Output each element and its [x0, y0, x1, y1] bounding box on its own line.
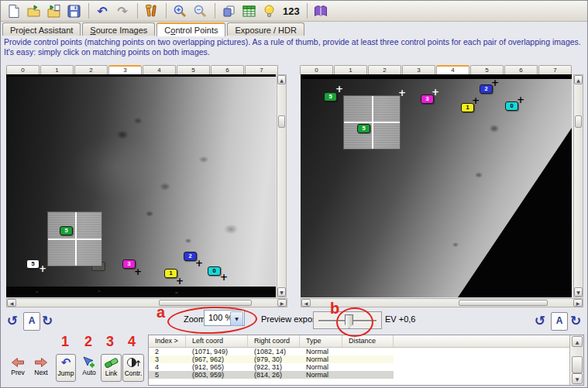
cp-marker-left-0[interactable]: 0	[208, 266, 221, 276]
column-header-left-coord[interactable]: Left coord	[186, 335, 248, 347]
image-tab-right-2[interactable]: 2	[368, 65, 401, 74]
cp-marker-left-5[interactable]: 5	[26, 259, 40, 269]
scroll-down-button[interactable]: ▼	[574, 287, 583, 297]
right-magnifier-inset	[343, 95, 401, 149]
tab-exposure-hdr[interactable]: Exposure / HDR	[227, 22, 304, 36]
image-tab-left-7[interactable]: 7	[245, 65, 278, 74]
jump-button[interactable]: ↶ Jump	[56, 354, 76, 382]
cp-marker-left-2[interactable]: 2	[184, 252, 197, 261]
image-tab-right-1[interactable]: 1	[334, 65, 367, 74]
left-horizontal-scrollbar[interactable]: ◀ ▶	[6, 298, 287, 307]
image-tab-left-1[interactable]: 1	[40, 65, 74, 74]
undo-icon[interactable]: ↶	[93, 2, 112, 19]
image-tab-left-3[interactable]: 3	[108, 65, 142, 74]
cp-marker-left-5[interactable]: 5	[60, 226, 73, 235]
image-tab-right-4[interactable]: 4	[436, 65, 469, 74]
arrow-left-icon	[11, 357, 25, 368]
scroll-thumb[interactable]	[159, 300, 252, 306]
crosshair-horizontal	[48, 239, 101, 240]
scroll-down-button[interactable]: ▼	[572, 373, 583, 384]
scroll-thumb[interactable]	[459, 300, 548, 306]
image-tab-right-7[interactable]: 7	[538, 65, 572, 74]
scroll-thumb[interactable]	[278, 115, 285, 128]
scroll-thumb[interactable]	[575, 115, 582, 128]
open-project-icon[interactable]	[24, 2, 43, 19]
image-tab-left-5[interactable]: 5	[177, 65, 210, 74]
scroll-up-button[interactable]: ▲	[572, 336, 583, 347]
scroll-left-button[interactable]: ◀	[7, 299, 16, 307]
open-add-icon[interactable]	[44, 2, 63, 19]
duplicate-view-icon[interactable]	[219, 2, 238, 19]
numeric-view-icon[interactable]: 123	[280, 5, 303, 17]
image-tab-right-6[interactable]: 6	[504, 65, 538, 74]
image-tab-right-3[interactable]: 3	[402, 65, 435, 74]
cp-marker-right-2[interactable]: 2	[480, 84, 493, 94]
cp-marker-right-5[interactable]: 5	[357, 124, 370, 133]
toolbar-separator	[166, 3, 167, 19]
new-project-icon[interactable]	[4, 2, 22, 19]
table-row-4[interactable]: 4(912, 965)(922, 31)Normal	[149, 363, 583, 371]
tab-control-points[interactable]: Control Points	[156, 22, 225, 36]
annotation-number-3: 3	[106, 334, 114, 350]
help-book-icon[interactable]	[311, 2, 330, 19]
cp-marker-left-1[interactable]: 1	[164, 269, 177, 278]
scroll-up-button[interactable]: ▲	[277, 75, 286, 84]
rotate-ccw-right-button[interactable]: ↺	[535, 314, 545, 328]
column-header-right-coord[interactable]: Right coord	[248, 335, 300, 347]
image-tab-left-2[interactable]: 2	[74, 65, 108, 74]
table-row-2[interactable]: 2(1071, 949)(1082, 14)Normal	[149, 348, 583, 355]
column-header-distance[interactable]: Distance	[342, 335, 394, 347]
redo-icon[interactable]: ↷	[113, 2, 132, 19]
left-vertical-scrollbar[interactable]: ▲ ▼	[277, 74, 287, 297]
auto-icon	[82, 355, 96, 368]
scroll-right-button[interactable]: ▶	[277, 299, 287, 307]
auto-cp-button[interactable]: Auto	[79, 354, 99, 382]
cp-cross-left: +	[195, 259, 203, 267]
cell	[342, 371, 394, 379]
scroll-up-button[interactable]: ▲	[574, 75, 583, 84]
link-button[interactable]: Link	[101, 354, 122, 382]
table-row-3[interactable]: 3(967, 962)(979, 30)Normal	[149, 355, 583, 363]
optimize-bulb-icon[interactable]	[260, 2, 278, 19]
rotate-ccw-left-button[interactable]: ↺	[7, 314, 18, 328]
auto-exposure-right-button[interactable]: A	[551, 312, 568, 331]
tab-source-images[interactable]: Source Images	[82, 22, 155, 36]
prev-label: Prev	[11, 369, 24, 376]
right-horizontal-scrollbar[interactable]: ◀ ▶	[301, 298, 583, 307]
tools-icon[interactable]	[142, 2, 160, 19]
zoom-in-icon[interactable]	[170, 2, 189, 19]
cp-marker-right-0[interactable]: 0	[505, 101, 518, 111]
prev-button[interactable]: Prev	[7, 357, 29, 376]
cp-cross-right: +	[398, 89, 406, 97]
column-header-type[interactable]: Type	[300, 335, 342, 347]
image-tab-left-0[interactable]: 0	[6, 65, 40, 74]
auto-exposure-left-button[interactable]: A	[23, 312, 40, 331]
scroll-left-button[interactable]: ◀	[301, 299, 311, 307]
column-header-index[interactable]: Index >	[149, 335, 186, 347]
save-icon[interactable]	[64, 2, 83, 19]
image-tab-left-6[interactable]: 6	[211, 65, 244, 74]
image-tab-right-0[interactable]: 0	[300, 65, 333, 74]
cp-marker-right-1[interactable]: 1	[461, 103, 474, 112]
auto-label: Auto	[82, 369, 96, 376]
right-vertical-scrollbar[interactable]: ▲ ▼	[573, 74, 583, 297]
image-tab-left-4[interactable]: 4	[143, 65, 176, 74]
zoom-out-icon[interactable]	[191, 2, 209, 19]
next-button[interactable]: Next	[30, 357, 52, 376]
cp-marker-right-5[interactable]: 5	[324, 92, 337, 101]
rotate-cw-left-button[interactable]: ↻	[42, 314, 53, 328]
cp-marker-left-3[interactable]: 3	[122, 259, 136, 269]
right-moon-image[interactable]	[301, 74, 572, 297]
table-view-icon[interactable]	[239, 2, 258, 19]
rotate-cw-right-button[interactable]: ↻	[570, 314, 581, 328]
scroll-right-button[interactable]: ▶	[573, 299, 583, 307]
scroll-down-button[interactable]: ▼	[277, 287, 286, 297]
cp-marker-right-3[interactable]: 3	[421, 94, 434, 104]
tab-project-assistant[interactable]: Project Assistant	[2, 22, 81, 36]
table-row-5[interactable]: 5(803, 959)(814, 26)Normal	[149, 371, 583, 379]
image-tab-right-5[interactable]: 5	[470, 65, 504, 74]
contrast-button[interactable]: Contr.	[122, 354, 144, 382]
left-image-black-strip	[6, 287, 276, 297]
scroll-thumb[interactable]	[572, 356, 583, 373]
table-vertical-scrollbar[interactable]: ▲ ▼	[569, 335, 583, 385]
